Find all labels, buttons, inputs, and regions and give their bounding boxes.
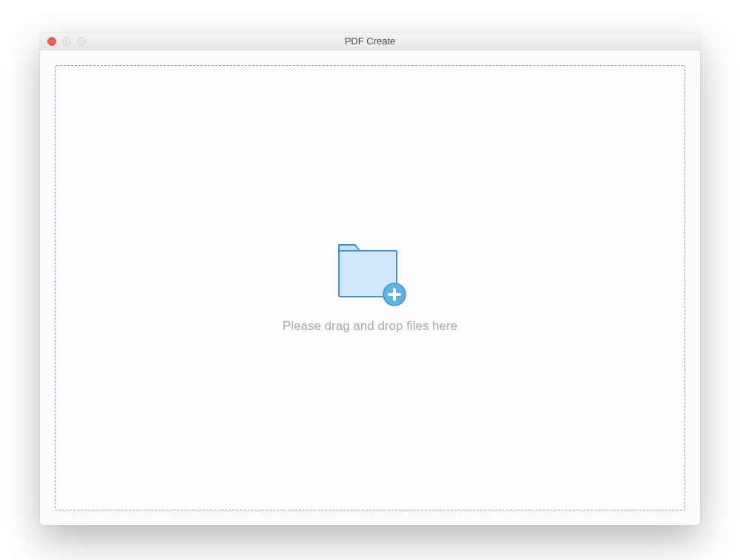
dropzone-label: Please drag and drop files here (283, 319, 457, 334)
svg-rect-3 (388, 293, 401, 296)
window-title: PDF Create (40, 36, 700, 47)
window-content: Please drag and drop files here (40, 50, 700, 525)
minimize-button[interactable] (62, 37, 71, 46)
traffic-lights (40, 33, 86, 50)
maximize-button[interactable] (77, 37, 86, 46)
folder-add-icon (333, 242, 407, 307)
file-dropzone[interactable]: Please drag and drop files here (55, 65, 685, 510)
titlebar: PDF Create (40, 33, 700, 50)
app-window: PDF Create Please drag and drop files he… (40, 33, 700, 525)
close-button[interactable] (47, 37, 56, 46)
